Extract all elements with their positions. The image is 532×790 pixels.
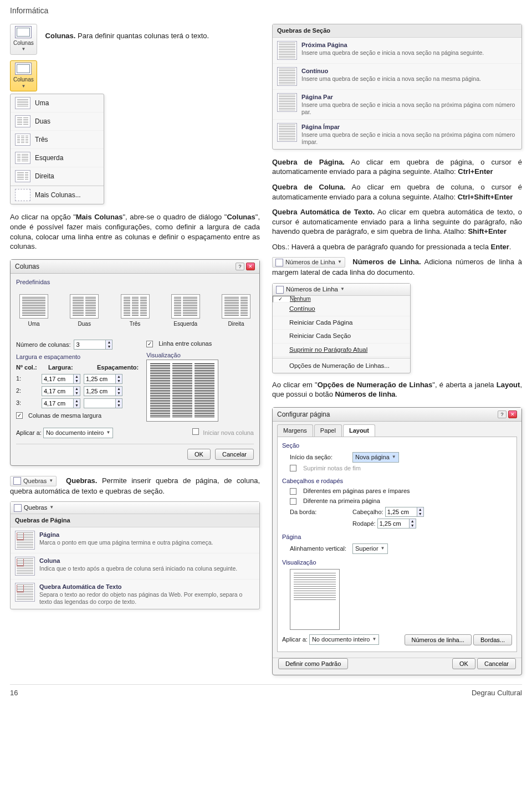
gallery-item-proxima-pagina[interactable]: Próxima PáginaInsere uma quebra de seção…	[273, 38, 521, 64]
quebras-bold: Quebras.	[66, 476, 97, 485]
gallery-item-pagina-impar[interactable]: Página ÍmparInsere uma quebra de seção e…	[273, 120, 521, 149]
ln-item-reiniciar-pagina[interactable]: Reiniciar Cada Página	[273, 316, 410, 330]
spinner-down-icon[interactable]: ▼	[73, 379, 80, 383]
spinner-up-icon[interactable]: ▲	[115, 387, 122, 391]
spacing-input[interactable]	[84, 388, 115, 394]
preset-esquerda[interactable]: Esquerda	[171, 294, 200, 328]
close-button[interactable]: ✕	[246, 263, 255, 270]
same-width-checkbox[interactable]	[16, 412, 23, 419]
gallery-item-desc: Insere uma quebra de seção e inicia a no…	[301, 75, 481, 83]
cabecalho-input[interactable]	[386, 509, 417, 515]
tab-layout[interactable]: Layout	[343, 424, 375, 437]
menu-item-label: Direita	[35, 172, 54, 181]
spacing-stepper[interactable]: ▲▼	[84, 374, 122, 384]
spinner-down-icon[interactable]: ▼	[115, 379, 122, 383]
spacing-input[interactable]	[84, 376, 115, 382]
line-numbers-ribbon-button[interactable]: Números de Linha ▼	[272, 257, 345, 268]
rodape-stepper[interactable]: ▲▼	[377, 519, 416, 529]
line-between-checkbox[interactable]	[146, 341, 153, 347]
ln-item-nenhum[interactable]: Nenhum	[273, 296, 295, 302]
spacing-stepper[interactable]: ▲▼	[84, 386, 122, 396]
ok-button[interactable]: OK	[187, 449, 211, 460]
quebras-gallery-trigger[interactable]: Quebras ▼	[11, 502, 259, 514]
spinner-up-icon[interactable]: ▲	[417, 507, 423, 512]
columns-menu-more[interactable]: Mais Colunas...	[11, 186, 104, 204]
new-column-checkbox[interactable]	[192, 428, 199, 435]
spinner-down-icon[interactable]: ▼	[105, 345, 112, 349]
spinner-down-icon[interactable]: ▼	[73, 403, 80, 408]
dif-primeira-checkbox[interactable]	[290, 498, 296, 505]
width-input[interactable]	[42, 388, 73, 394]
preset-duas[interactable]: Duas	[70, 294, 99, 328]
numeros-linha-button[interactable]: Números de linha...	[405, 634, 472, 645]
spinner-down-icon[interactable]: ▼	[115, 391, 122, 396]
columns-menu-item-direita[interactable]: Direita	[11, 167, 104, 186]
width-input[interactable]	[42, 400, 73, 407]
inicio-secao-dropdown[interactable]: Nova página ▼	[352, 452, 399, 463]
gallery-item-continuo[interactable]: ContínuoInsere uma quebra de seção e ini…	[273, 64, 521, 90]
ln-item-continuo[interactable]: Contínuo	[273, 302, 410, 316]
cancel-button[interactable]: Cancelar	[215, 449, 254, 460]
definir-padrao-button[interactable]: Definir como Padrão	[278, 658, 348, 669]
spinner-up-icon[interactable]: ▲	[115, 399, 122, 403]
spinner-down-icon[interactable]: ▼	[115, 403, 122, 408]
columns-menu-item-uma[interactable]: Uma	[11, 94, 104, 112]
preset-direita[interactable]: Direita	[222, 294, 250, 328]
rodape-input[interactable]	[378, 520, 409, 527]
columns-dropdown-trigger[interactable]: Colunas ▼	[10, 60, 260, 91]
spinner-up-icon[interactable]: ▲	[115, 375, 122, 379]
dialog-titlebar: Colunas ? ✕	[11, 260, 259, 274]
spinner-up-icon[interactable]: ▲	[73, 375, 80, 379]
cabecalho-stepper[interactable]: ▲▼	[385, 507, 424, 517]
bordas-button[interactable]: Bordas...	[473, 634, 512, 645]
spinner-down-icon[interactable]: ▼	[417, 512, 423, 516]
help-button[interactable]: ?	[498, 411, 507, 418]
spinner-up-icon[interactable]: ▲	[409, 519, 416, 524]
ok-button[interactable]: OK	[452, 658, 475, 669]
width-stepper[interactable]: ▲▼	[42, 398, 80, 408]
gallery-item-pagina-par[interactable]: Página ParInsere uma quebra de seção e i…	[273, 90, 521, 120]
dif-par-impar-label: Diferentes em páginas pares e ímpares	[303, 487, 410, 495]
apply-to-dropdown[interactable]: No documento inteiro ▼	[43, 428, 113, 438]
ln-item-opcoes[interactable]: Opções de Numeração de Linhas...	[273, 360, 410, 373]
more-columns-paragraph: Ao clicar na opção "Mais Colunas", abre-…	[10, 212, 260, 251]
spacing-stepper[interactable]: ▲▼	[84, 398, 122, 408]
spinner-up-icon[interactable]: ▲	[105, 340, 112, 345]
ln-menu-title: Números de Linha	[286, 285, 338, 294]
line-numbers-menu-header[interactable]: Números de Linha ▼	[273, 284, 410, 296]
spinner-down-icon[interactable]: ▼	[409, 524, 416, 528]
ln-item-reiniciar-secao[interactable]: Reiniciar Cada Seção	[273, 330, 410, 343]
tab-margens[interactable]: Margens	[277, 424, 313, 437]
suprimir-checkbox[interactable]	[290, 465, 296, 471]
columns-icon	[15, 63, 32, 75]
width-stepper[interactable]: ▲▼	[42, 374, 80, 384]
width-stepper[interactable]: ▲▼	[42, 386, 80, 396]
spinner-down-icon[interactable]: ▼	[73, 391, 80, 396]
text-fragment: Obs.: Haverá a quebra de parágrafo quand…	[272, 243, 491, 251]
columns-menu-item-tres[interactable]: Três	[11, 131, 104, 149]
columns-ribbon-button[interactable]: Colunas ▼	[10, 24, 37, 55]
gallery-item-coluna[interactable]: ColunaIndica que o texto após a quebra d…	[11, 553, 259, 579]
quebras-ribbon-button[interactable]: Quebras ▼	[10, 476, 57, 486]
spinner-up-icon[interactable]: ▲	[73, 387, 80, 391]
width-input[interactable]	[42, 376, 73, 382]
numcols-input[interactable]	[74, 341, 105, 348]
columns-menu-item-duas[interactable]: Duas	[11, 112, 104, 131]
gallery-item-auto-texto[interactable]: Quebra Automática de TextoSepara o texto…	[11, 579, 259, 609]
tab-papel[interactable]: Papel	[314, 424, 342, 437]
columns-menu-item-esquerda[interactable]: Esquerda	[11, 149, 104, 167]
spinner-up-icon[interactable]: ▲	[73, 399, 80, 403]
gallery-item-pagina[interactable]: PáginaMarca o ponto em que uma página te…	[11, 527, 259, 553]
spacing-input[interactable]	[84, 400, 115, 407]
preset-uma[interactable]: Uma	[19, 294, 48, 328]
close-button[interactable]: ✕	[508, 411, 517, 418]
preset-tres[interactable]: Três	[121, 294, 150, 328]
ln-item-suprimir[interactable]: Suprimir no Parágrafo Atual	[273, 343, 410, 357]
help-button[interactable]: ?	[236, 263, 244, 270]
numcols-stepper[interactable]: ▲▼	[74, 340, 112, 350]
cancel-button[interactable]: Cancelar	[477, 658, 516, 669]
text-bold: Números de linha	[335, 390, 395, 398]
dif-par-impar-checkbox[interactable]	[290, 488, 296, 495]
apply-to-dropdown[interactable]: No documento inteiro ▼	[309, 634, 379, 645]
alinh-vert-dropdown[interactable]: Superior ▼	[352, 543, 388, 554]
